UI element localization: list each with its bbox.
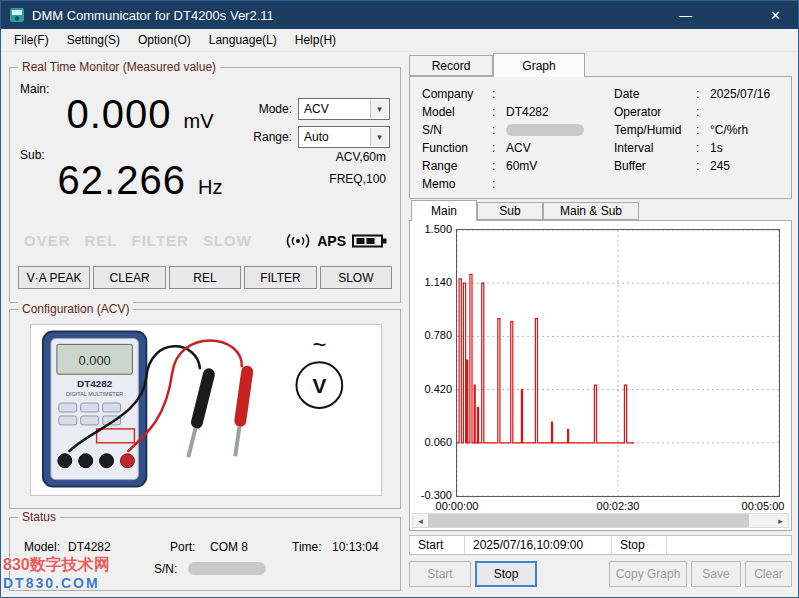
- range-value: Auto: [304, 130, 329, 144]
- mode-select[interactable]: ACV ▾: [298, 98, 390, 120]
- info-value: 2025/07/16: [710, 87, 770, 101]
- black-probe: [182, 367, 216, 459]
- range-info-text: ACV,60m: [336, 150, 386, 164]
- info-column-left: Company: Model:DT4282 S/N: Function:ACV …: [422, 85, 584, 193]
- tab-main-and-sub[interactable]: Main & Sub: [543, 202, 639, 220]
- mode-value: ACV: [304, 102, 329, 116]
- info-value: DT4282: [506, 105, 549, 119]
- window-controls: — ✕: [663, 1, 798, 29]
- clear-button[interactable]: CLEAR: [93, 266, 165, 289]
- chevron-down-icon: ▾: [370, 128, 388, 146]
- info-column-right: Date:2025/07/16 Operator: Temp/Humid:°C/…: [614, 85, 770, 175]
- tab-main[interactable]: Main: [411, 200, 477, 221]
- y-tick-label: 0.060: [410, 436, 452, 448]
- over-indicator: OVER: [24, 232, 71, 249]
- battery-icon: [352, 233, 388, 249]
- model-value: DT4282: [68, 540, 111, 554]
- save-button[interactable]: Save: [691, 561, 741, 587]
- aps-cluster: APS: [285, 233, 388, 249]
- menu-help[interactable]: Help(H): [286, 30, 345, 50]
- range-row: Range: Auto ▾: [253, 126, 390, 148]
- stop-button[interactable]: Stop: [475, 561, 537, 587]
- info-value: ACV: [506, 141, 531, 155]
- clear-button[interactable]: Clear: [745, 561, 792, 587]
- app-icon: [9, 7, 25, 23]
- info-colon: :: [492, 159, 500, 173]
- record-start-value: 2025/07/16,10:09:00: [465, 536, 612, 554]
- tab-sub[interactable]: Sub: [477, 202, 543, 220]
- info-row-operator: Operator:: [614, 103, 770, 121]
- record-stop-label: Stop: [612, 536, 667, 554]
- red-probe: [229, 365, 254, 457]
- info-label: Temp/Humid: [614, 123, 696, 137]
- ac-wave-glyph: ~: [312, 331, 326, 358]
- range-label: Range:: [253, 130, 292, 144]
- x-tick-label: 00:05:00: [735, 500, 791, 512]
- menu-option[interactable]: Option(O): [129, 30, 200, 50]
- menu-bar: File(F) Setting(S) Option(O) Language(L)…: [2, 29, 799, 52]
- range-select[interactable]: Auto ▾: [298, 126, 390, 148]
- info-colon: :: [696, 159, 704, 173]
- info-value: 60mV: [506, 159, 537, 173]
- menu-file[interactable]: File(F): [5, 30, 58, 50]
- chart-panel: 1.5001.1400.7800.4200.060-0.300 00:00:00…: [409, 220, 792, 531]
- sub-value: 62.266: [58, 158, 186, 203]
- device-lcd-reading: 0.000: [78, 353, 110, 368]
- info-label: Company: [422, 87, 492, 101]
- info-label: Date: [614, 87, 696, 101]
- info-row-temp-humid: Temp/Humid:°C/%rh: [614, 121, 770, 139]
- rel-indicator: REL: [85, 232, 118, 249]
- info-value: 245: [710, 159, 730, 173]
- info-label: Interval: [614, 141, 696, 155]
- rel-button[interactable]: REL: [169, 266, 241, 289]
- main-unit: mV: [184, 110, 214, 133]
- info-row-buffer: Buffer:245: [614, 157, 770, 175]
- status-group: Status Model: DT4282 Port: COM 8 Time: 1…: [9, 517, 401, 591]
- info-row-company: Company:: [422, 85, 584, 103]
- x-tick-label: 00:02:30: [590, 500, 646, 512]
- slow-indicator: SLOW: [203, 232, 252, 249]
- scroll-right-icon[interactable]: ▸: [773, 514, 788, 527]
- voltage-symbol: V: [312, 374, 326, 397]
- group-title: Real Time Monitor (Measured value): [18, 60, 220, 74]
- filter-button[interactable]: FILTER: [244, 266, 316, 289]
- tab-graph[interactable]: Graph: [493, 53, 585, 77]
- copy-graph-button[interactable]: Copy Graph: [609, 561, 687, 587]
- group-title: Configuration (ACV): [18, 302, 133, 316]
- close-button[interactable]: ✕: [753, 1, 798, 29]
- info-row-function: Function:ACV: [422, 139, 584, 157]
- menu-language[interactable]: Language(L): [200, 30, 286, 50]
- port-label: Port:: [170, 540, 195, 554]
- sn-label: S/N:: [154, 562, 177, 576]
- va-peak-button[interactable]: V·A PEAK: [18, 266, 90, 289]
- info-panel: Company: Model:DT4282 S/N: Function:ACV …: [409, 76, 792, 199]
- tab-record[interactable]: Record: [409, 55, 493, 76]
- record-stop-value: [667, 536, 791, 554]
- horizontal-scrollbar[interactable]: ◂ ▸: [412, 513, 789, 528]
- minimize-button[interactable]: —: [663, 1, 708, 29]
- model-label: Model:: [24, 540, 60, 554]
- info-colon: :: [696, 123, 704, 137]
- antenna-icon: [285, 233, 311, 249]
- info-label: Buffer: [614, 159, 696, 173]
- info-colon: :: [696, 141, 704, 155]
- tab-strip: Record Graph: [409, 53, 585, 77]
- info-colon: :: [492, 123, 500, 137]
- info-colon: :: [492, 141, 500, 155]
- info-colon: :: [696, 105, 704, 119]
- chevron-down-icon: ▾: [370, 100, 388, 118]
- slow-button[interactable]: SLOW: [320, 266, 392, 289]
- scrollbar-track[interactable]: [428, 514, 773, 527]
- start-button[interactable]: Start: [409, 561, 471, 587]
- info-label: Memo: [422, 177, 492, 191]
- multimeter-illustration: 0.000 DT4282 DIGITAL MULTIMETER: [31, 325, 381, 495]
- record-status-bar: Start 2025/07/16,10:09:00 Stop: [409, 535, 792, 555]
- graph-tab-strip: Main Sub Main & Sub: [411, 200, 639, 221]
- info-label: S/N: [422, 123, 492, 137]
- info-colon: :: [492, 105, 500, 119]
- menu-setting[interactable]: Setting(S): [58, 30, 129, 50]
- y-tick-label: 1.500: [410, 223, 452, 235]
- info-label: Range: [422, 159, 492, 173]
- scroll-left-icon[interactable]: ◂: [413, 514, 428, 527]
- scrollbar-thumb[interactable]: [428, 514, 749, 527]
